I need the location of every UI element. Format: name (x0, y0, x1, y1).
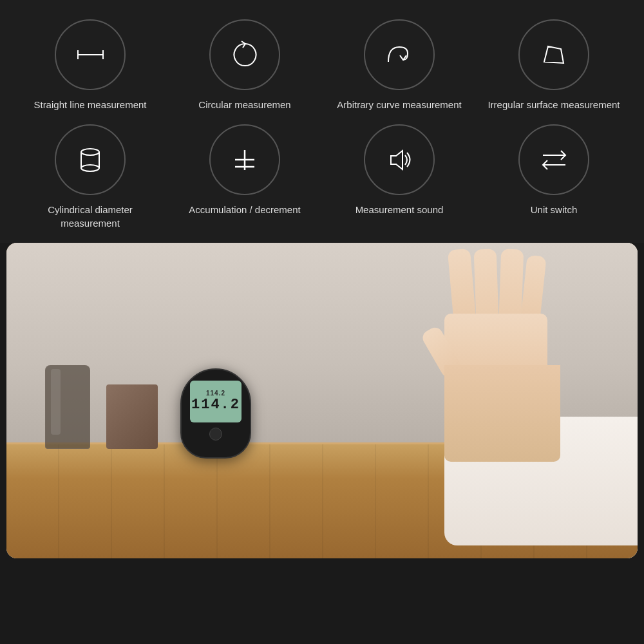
accumulation-circle (209, 124, 280, 195)
unit-switch-label: Unit switch (531, 203, 578, 216)
features-section: Straight line measurement Circular measu… (0, 0, 644, 243)
sound-icon (382, 142, 417, 178)
feature-cylindrical: Cylindrical diameter measurement (19, 124, 161, 230)
device-button[interactable] (209, 428, 222, 440)
svg-marker-11 (391, 151, 402, 169)
accumulation-label: Accumulation / decrement (189, 203, 300, 216)
photo-scene: 114.2 114.2 (6, 243, 638, 558)
straight-line-label: Straight line measurement (33, 98, 146, 111)
svg-marker-3 (544, 46, 564, 63)
cylindrical-icon (73, 142, 108, 178)
box-prop (106, 384, 158, 449)
irregular-surface-icon (536, 37, 572, 73)
feature-circular: Circular measuremen (174, 19, 316, 111)
cylindrical-circle (55, 124, 126, 195)
accumulation-icon (227, 142, 263, 178)
unit-switch-circle (518, 124, 589, 195)
circular-circle (209, 19, 280, 90)
arm (444, 365, 560, 462)
svg-point-4 (81, 149, 99, 155)
circular-label: Circular measuremen (198, 98, 290, 111)
irregular-surface-circle (518, 19, 589, 90)
arbitrary-curve-circle (364, 19, 435, 90)
irregular-surface-label: Irregular surface measurement (488, 98, 620, 111)
device-screen: 114.2 114.2 (190, 381, 242, 422)
feature-sound: Measurement sound (328, 124, 470, 216)
feature-accumulation: Accumulation / decrement (174, 124, 316, 216)
features-row-2: Cylindrical diameter measurement Accumul… (13, 124, 631, 230)
product-photo: 114.2 114.2 (6, 243, 638, 558)
arbitrary-curve-label: Arbitrary curve measurement (337, 98, 461, 111)
sound-label: Measurement sound (355, 203, 444, 216)
device-large-display: 114.2 (191, 397, 240, 413)
straight-line-circle (55, 19, 126, 90)
sound-circle (364, 124, 435, 195)
feature-arbitrary-curve: Arbitrary curve measurement (328, 19, 470, 111)
cylindrical-label: Cylindrical diameter measurement (19, 203, 161, 230)
unit-switch-icon (536, 142, 572, 178)
features-row-1: Straight line measurement Circular measu… (13, 19, 631, 111)
svg-point-5 (81, 165, 99, 171)
glass-container (45, 365, 90, 449)
page-container: Straight line measurement Circular measu… (0, 0, 644, 558)
feature-straight-line: Straight line measurement (19, 19, 161, 111)
circular-icon (227, 37, 263, 73)
straight-line-icon (73, 37, 108, 73)
device-small-display: 114.2 (206, 390, 225, 397)
feature-irregular-surface: Irregular surface measurement (483, 19, 625, 111)
measuring-device: 114.2 114.2 (180, 368, 251, 459)
feature-unit-switch: Unit switch (483, 124, 625, 216)
arbitrary-curve-icon (382, 37, 417, 73)
